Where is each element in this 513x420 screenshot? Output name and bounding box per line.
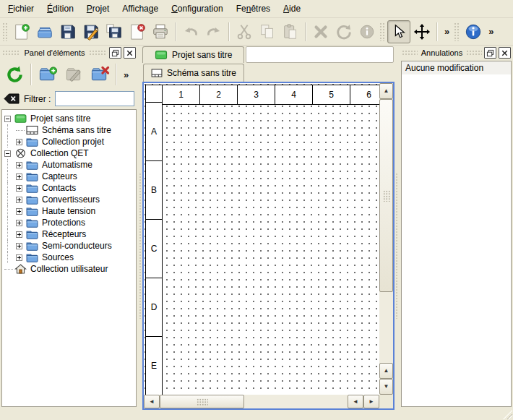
about-button[interactable]: [462, 20, 485, 43]
resize-grip[interactable]: [503, 410, 512, 419]
tree-item-semi-conducteurs[interactable]: Semi-conducteurs: [2, 240, 136, 252]
toolbar-drag-handle[interactable]: [379, 22, 385, 41]
float-panel-button[interactable]: [109, 47, 121, 59]
tree-expander-plus[interactable]: [16, 185, 22, 192]
paste-button[interactable]: [279, 20, 302, 43]
folder-new-button[interactable]: [35, 61, 61, 87]
drag-handle-texture[interactable]: [2, 50, 20, 56]
scroll-up-button-2[interactable]: ▲: [379, 363, 393, 379]
menu-aide[interactable]: Aide: [277, 1, 307, 16]
tree-item-collection-projet[interactable]: Collection projet: [2, 136, 136, 147]
undo-button[interactable]: [179, 20, 202, 43]
clear-filter-button[interactable]: [4, 93, 20, 104]
drag-handle-texture[interactable]: [402, 50, 418, 56]
rotate-button[interactable]: [332, 20, 355, 43]
delete-button[interactable]: [309, 20, 332, 43]
filter-input[interactable]: [55, 91, 134, 106]
toolbar-separator: [175, 22, 176, 41]
tree-expander-plus[interactable]: [16, 254, 22, 261]
tree-expander-plus[interactable]: [16, 139, 22, 145]
toolbar-drag-handle[interactable]: [2, 22, 8, 41]
tree-expander-minus[interactable]: [4, 150, 11, 157]
menu-fen-tres[interactable]: Fenêtres: [230, 1, 277, 16]
tree-item-collection-utilisateur[interactable]: Collection utilisateur: [2, 263, 136, 275]
close-panel-button[interactable]: [499, 47, 511, 59]
scroll-down-button[interactable]: ▼: [379, 379, 393, 395]
menu-projet[interactable]: Projet: [80, 1, 116, 16]
save-as-button[interactable]: [79, 20, 103, 43]
undo-panel-titlebar[interactable]: Annulations: [400, 46, 513, 60]
scroll-up-button[interactable]: ▲: [379, 83, 393, 99]
horizontal-scroll-track[interactable]: [244, 395, 348, 408]
tree-item-projet-sans-titre[interactable]: Projet sans titre: [2, 113, 136, 124]
vertical-scrollbar[interactable]: ▲ ▲ ▼: [379, 83, 393, 395]
tab-project[interactable]: Projet sans titre: [142, 46, 244, 63]
tree-item-capteurs[interactable]: Capteurs: [2, 171, 136, 182]
close-panel-button[interactable]: [124, 47, 136, 59]
right-splitter[interactable]: [395, 46, 400, 410]
new-document-button[interactable]: [10, 20, 33, 43]
toolbar-overflow-button[interactable]: »: [441, 26, 453, 37]
horizontal-scroll-thumb[interactable]: [160, 395, 244, 408]
scrollbar-corner: [379, 395, 393, 408]
menu-fichier[interactable]: Fichier: [1, 1, 40, 16]
cut-button[interactable]: [233, 20, 256, 43]
main-area: Panel d'éléments » Filtrer : Projet sans…: [0, 46, 513, 410]
scroll-left-button-2[interactable]: ◄: [348, 395, 363, 408]
folder-delete-button[interactable]: [87, 61, 113, 87]
undo-history-item[interactable]: Aucune modification: [402, 61, 511, 74]
tab-schema[interactable]: Schéma sans titre: [143, 64, 244, 82]
menu-dition[interactable]: Édition: [40, 1, 80, 16]
tree-expander-plus[interactable]: [16, 162, 22, 168]
tree-item-convertisseurs[interactable]: Convertisseurs: [2, 194, 136, 205]
scroll-right-button[interactable]: ►: [363, 395, 379, 408]
schema-canvas[interactable]: 123456 ABCDE: [144, 83, 379, 395]
tree-expander-plus[interactable]: [16, 220, 22, 226]
menu-affichage[interactable]: Affichage: [116, 1, 165, 16]
refresh-button[interactable]: [1, 61, 27, 87]
close-document-button[interactable]: [126, 20, 149, 43]
tree-expander-plus[interactable]: [16, 231, 22, 238]
move-tool-icon: [413, 23, 431, 40]
column-header-1: 1: [162, 85, 200, 105]
select-tool-button[interactable]: [387, 20, 410, 43]
elements-panel-title: Panel d'éléments: [22, 48, 86, 57]
print-button[interactable]: [149, 20, 172, 43]
tree-item-sch-ma-sans-titre[interactable]: Schéma sans titre: [2, 124, 136, 136]
row-header-b: B: [145, 160, 163, 220]
tree-expander-plus[interactable]: [16, 208, 22, 215]
tree-item-r-cepteurs[interactable]: Récepteurs: [2, 228, 136, 240]
vertical-scroll-thumb[interactable]: [379, 99, 393, 292]
tree-item-contacts[interactable]: Contacts: [2, 182, 136, 194]
toolbar-overflow-button[interactable]: »: [485, 26, 497, 37]
save-all-button[interactable]: [103, 20, 126, 43]
tree-item-automatisme[interactable]: Automatisme: [2, 159, 136, 171]
save-button[interactable]: [56, 20, 79, 43]
tree-expander-plus[interactable]: [16, 173, 22, 180]
horizontal-scrollbar[interactable]: ◄ ◄ ►: [144, 395, 379, 408]
drag-handle-texture[interactable]: [89, 50, 107, 56]
tree-expander-minus[interactable]: [4, 116, 11, 122]
move-tool-button[interactable]: [410, 20, 434, 43]
scroll-left-button[interactable]: ◄: [144, 395, 160, 408]
float-panel-button[interactable]: [484, 47, 496, 59]
drag-handle-texture[interactable]: [466, 50, 482, 56]
folder-edit-button[interactable]: [61, 61, 87, 87]
tree-item-protections[interactable]: Protections: [2, 217, 136, 228]
left-splitter[interactable]: [138, 46, 142, 410]
print-icon: [152, 23, 169, 40]
tree-item-haute-tension[interactable]: Haute tension: [2, 205, 136, 217]
elements-panel-titlebar[interactable]: Panel d'éléments: [0, 46, 138, 60]
open-document-button[interactable]: [33, 20, 56, 43]
redo-button[interactable]: [202, 20, 225, 43]
tree-item-collection-qet[interactable]: Collection QET: [2, 147, 136, 159]
toolbar-drag-handle[interactable]: [454, 22, 460, 41]
vertical-scroll-track[interactable]: [379, 292, 393, 363]
menu-configuration[interactable]: Configuration: [165, 1, 230, 16]
tree-expander-plus[interactable]: [16, 197, 22, 203]
copy-button[interactable]: [256, 20, 279, 43]
tree-expander-plus[interactable]: [16, 243, 22, 249]
toolbar-overflow-button[interactable]: »: [120, 69, 132, 80]
properties-button[interactable]: [355, 20, 379, 43]
tree-item-sources[interactable]: Sources: [2, 252, 136, 263]
